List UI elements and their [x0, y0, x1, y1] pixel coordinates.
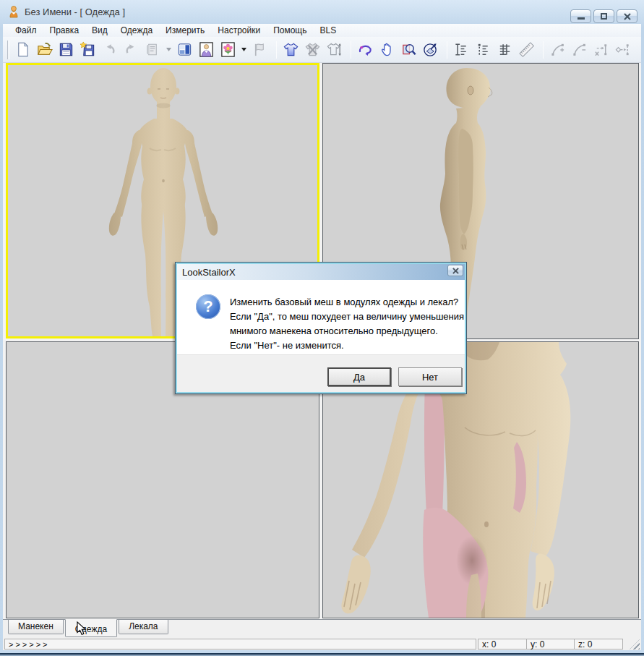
dialog-body: ? Изменить базовый меш в модулях одежды … [177, 280, 465, 354]
flower-texture-button[interactable] [218, 40, 237, 59]
measure-dashed-button[interactable] [473, 40, 492, 59]
menu-edit[interactable]: Правка [43, 25, 86, 35]
mouse-cursor [77, 621, 87, 636]
tshirt-delete-button[interactable] [303, 40, 322, 59]
notes-dropdown-button[interactable] [143, 40, 162, 59]
status-bar: >>>>>> x: 0 y: 0 z: 0 [3, 638, 641, 650]
flag-button[interactable] [250, 40, 269, 59]
dialog-close-button[interactable] [447, 265, 463, 276]
rotate-view-button[interactable] [356, 40, 374, 59]
dialog-title: LookStailorX [177, 267, 236, 278]
open-file-button[interactable] [35, 40, 53, 59]
redo-button[interactable] [121, 40, 140, 59]
no-button[interactable]: Нет [398, 367, 462, 386]
window-bottom-edge [0, 650, 644, 656]
dialog-text-line: мнимого манекена относительно предыдущег… [230, 324, 464, 338]
status-message: >>>>>> [4, 639, 476, 649]
menu-bls[interactable]: BLS [314, 25, 343, 35]
menu-clothes[interactable]: Одежда [114, 25, 159, 35]
toolbar-separator [351, 41, 351, 59]
new-document-button[interactable] [13, 40, 32, 59]
flower-dropdown-caret[interactable] [240, 40, 247, 59]
point-move-button[interactable] [591, 40, 610, 59]
menu-view[interactable]: Вид [85, 25, 114, 35]
ruler-button[interactable] [517, 40, 536, 59]
rotate-3d-button[interactable] [421, 40, 439, 59]
dialog-title-bar[interactable]: LookStailorX [177, 264, 465, 280]
dialog-text-line: Изменить базовый меш в модулях одежды и … [230, 295, 464, 310]
restore-button[interactable] [593, 9, 614, 23]
mannequin-button[interactable] [197, 40, 215, 59]
tshirt-button[interactable] [281, 40, 300, 59]
toolbar-separator [447, 41, 447, 59]
measure-height-button[interactable] [452, 40, 471, 59]
undo-button[interactable] [100, 40, 119, 59]
toolbar-separator [543, 41, 544, 59]
toolbar [3, 37, 641, 63]
menu-settings[interactable]: Настройки [211, 25, 267, 35]
minimize-button[interactable] [570, 9, 591, 23]
title-bar: Без Имени - [ Одежда ] [0, 0, 644, 25]
curve-add-point-button[interactable] [548, 40, 567, 59]
yes-button[interactable]: Да [327, 367, 391, 386]
status-z: z: 0 [574, 639, 623, 649]
question-icon: ? [196, 294, 220, 319]
status-x: x: 0 [478, 639, 527, 649]
save-import-button[interactable] [78, 40, 97, 59]
dialog-footer: Да Нет [177, 354, 465, 392]
viewport-layout-button[interactable] [175, 40, 194, 59]
menu-help[interactable]: Помощь [267, 25, 313, 35]
toolbar-grip[interactable] [7, 41, 9, 59]
menu-bar: Файл Правка Вид Одежда Измерить Настройк… [3, 24, 641, 37]
point-mirror-button[interactable] [613, 40, 632, 59]
pan-hand-button[interactable] [377, 40, 396, 59]
close-button[interactable] [617, 9, 637, 23]
status-y: y: 0 [526, 639, 575, 649]
dialog-lookstailorx: LookStailorX ? Изменить базовый меш в мо… [175, 262, 467, 394]
tab-mannequin[interactable]: Манекен [8, 620, 64, 634]
tshirt-resize-button[interactable] [325, 40, 343, 59]
resize-grip[interactable] [630, 639, 640, 649]
menu-measure[interactable]: Измерить [159, 25, 211, 35]
tab-bar: Манекен Одежда Лекала [3, 619, 641, 638]
dialog-text-line: Если "Нет"- не изменится. [230, 338, 464, 353]
save-button[interactable] [56, 40, 75, 59]
menu-file[interactable]: Файл [9, 25, 43, 35]
tab-patterns[interactable]: Лекала [119, 620, 168, 634]
toolbar-separator [276, 41, 277, 59]
zoom-region-button[interactable] [399, 40, 418, 59]
dialog-text-line: Если "Да", то меш похудеет на величину у… [230, 310, 464, 324]
curve-remove-point-button[interactable] [570, 40, 588, 59]
app-icon [7, 5, 20, 18]
measure-double-button[interactable] [495, 40, 514, 59]
notes-dropdown-caret[interactable] [165, 40, 172, 59]
window-title: Без Имени - [ Одежда ] [25, 7, 125, 17]
tab-clothes[interactable]: Одежда [65, 619, 117, 637]
